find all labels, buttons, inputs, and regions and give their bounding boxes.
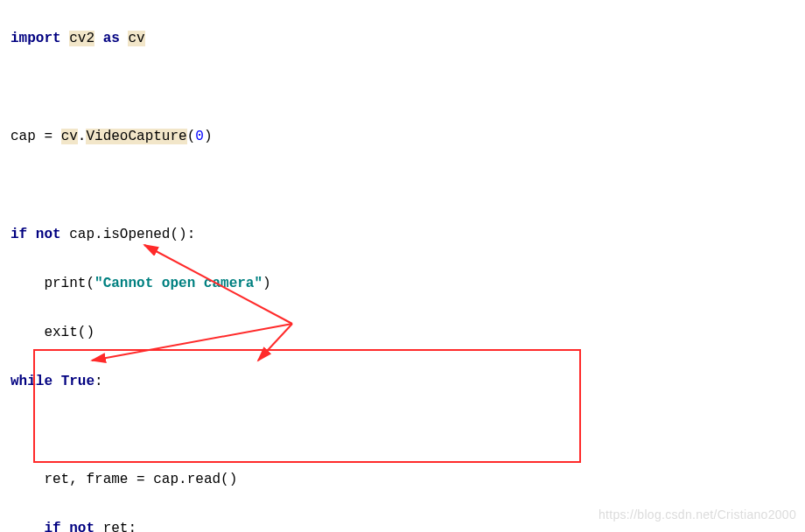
code-line <box>10 173 805 198</box>
code-line: if not cap.isOpened(): <box>10 222 805 247</box>
code-editor[interactable]: import cv2 as cv cap = cv.VideoCapture(0… <box>0 0 805 532</box>
code-line <box>10 418 805 443</box>
code-line: while True: <box>10 369 805 394</box>
code-line <box>10 75 805 100</box>
code-line: import cv2 as cv <box>10 26 805 51</box>
code-line: ret, frame = cap.read() <box>10 467 805 492</box>
code-line: cap = cv.VideoCapture(0) <box>10 124 805 149</box>
code-line: if not ret: <box>10 516 805 532</box>
code-line: exit() <box>10 320 805 345</box>
code-line: print("Cannot open camera") <box>10 271 805 296</box>
